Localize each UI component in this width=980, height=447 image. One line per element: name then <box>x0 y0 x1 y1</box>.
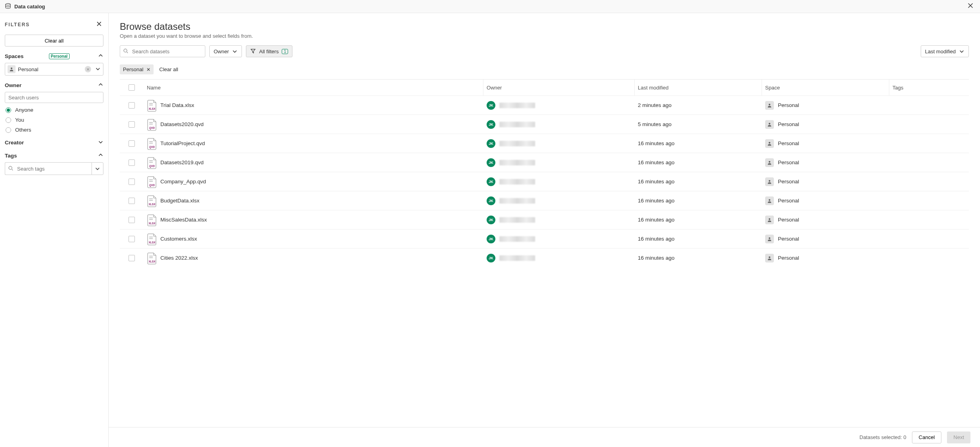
owner-avatar: JK <box>487 139 495 148</box>
chevron-down-icon <box>959 49 964 54</box>
owner-dd-label: Owner <box>214 49 229 54</box>
owner-dropdown[interactable]: Owner <box>209 45 242 57</box>
radio-checked-icon <box>6 107 11 113</box>
col-space[interactable]: Space <box>762 80 889 95</box>
filters-sidebar: FILTERS Clear all Spaces Personal <box>0 13 109 447</box>
row-checkbox[interactable] <box>129 198 135 204</box>
owner-section-toggle[interactable]: Owner <box>5 82 103 89</box>
col-tags[interactable]: Tags <box>889 80 969 95</box>
spaces-section-toggle[interactable]: Spaces Personal <box>5 53 103 60</box>
clear-space-button[interactable]: ✕ <box>85 66 91 72</box>
owner-radio-others[interactable]: Others <box>6 127 103 133</box>
table-row[interactable]: XLSX Customers.xlsx JK 16 minutes ago Pe… <box>120 229 969 248</box>
owner-search-input[interactable] <box>5 92 103 103</box>
col-owner[interactable]: Owner <box>483 80 635 95</box>
row-checkbox[interactable] <box>129 255 135 261</box>
search-datasets-input[interactable] <box>120 45 205 57</box>
row-checkbox[interactable] <box>129 179 135 185</box>
row-checkbox[interactable] <box>129 102 135 109</box>
owner-avatar: JK <box>487 177 495 186</box>
owner-label: Owner <box>5 82 21 88</box>
datasets-table: Name Owner Last modified Space Tags XLSX… <box>120 79 969 427</box>
next-button: Next <box>947 431 970 443</box>
radio-icon <box>6 117 11 123</box>
owner-avatar: JK <box>487 101 495 110</box>
space-value: Personal <box>778 179 799 185</box>
owner-avatar: JK <box>487 235 495 243</box>
clear-all-chips-link[interactable]: Clear all <box>159 66 178 72</box>
close-filters-button[interactable] <box>95 19 103 30</box>
row-checkbox[interactable] <box>129 236 135 242</box>
space-value: Personal <box>778 102 799 108</box>
owner-name-redacted <box>499 255 535 261</box>
table-header: Name Owner Last modified Space Tags <box>120 80 969 95</box>
row-checkbox[interactable] <box>129 217 135 223</box>
table-row[interactable]: QVD Datasets2019.qvd JK 16 minutes ago P… <box>120 153 969 172</box>
table-row[interactable]: QVD TutorialProject.qvd JK 16 minutes ag… <box>120 134 969 153</box>
spaces-active-badge: Personal <box>49 53 70 59</box>
filters-header: FILTERS <box>5 22 30 27</box>
modified-value: 16 minutes ago <box>635 255 762 261</box>
chevron-down-icon <box>98 139 103 146</box>
cancel-button[interactable]: Cancel <box>912 431 941 443</box>
svg-point-0 <box>6 3 10 5</box>
owner-name-redacted <box>499 141 535 146</box>
table-row[interactable]: XLSX BudgetData.xlsx JK 16 minutes ago P… <box>120 191 969 210</box>
col-name[interactable]: Name <box>144 80 483 95</box>
topbar: Data catalog <box>0 0 980 13</box>
owner-name-redacted <box>499 236 535 242</box>
chevron-up-icon <box>98 82 103 89</box>
catalog-icon <box>5 3 11 10</box>
dataset-name: Trial Data.xlsx <box>160 102 194 108</box>
remove-chip-button[interactable]: ✕ <box>146 67 150 72</box>
file-icon: QVD <box>147 119 156 130</box>
owner-avatar: JK <box>487 196 495 205</box>
owner-radio-you[interactable]: You <box>6 117 103 123</box>
owner-name-redacted <box>499 122 535 127</box>
dataset-name: Datasets2019.qvd <box>160 159 204 165</box>
chip-label: Personal <box>123 66 143 72</box>
person-icon <box>765 235 774 243</box>
table-row[interactable]: XLSX Cities 2022.xlsx JK 16 minutes ago … <box>120 248 969 267</box>
space-selected-label: Personal <box>18 66 38 72</box>
svg-point-1 <box>11 68 12 69</box>
person-icon <box>765 158 774 167</box>
row-checkbox[interactable] <box>129 159 135 166</box>
file-icon: XLSX <box>147 195 156 206</box>
svg-point-3 <box>124 49 127 52</box>
space-value: Personal <box>778 255 799 261</box>
all-filters-label: All filters <box>259 49 279 54</box>
table-row[interactable]: QVD Datasets2020.qvd JK 5 minutes ago Pe… <box>120 115 969 134</box>
all-filters-button[interactable]: All filters 1 <box>246 45 292 57</box>
tags-search-input[interactable] <box>5 162 92 175</box>
svg-point-23 <box>769 180 770 181</box>
svg-point-2 <box>9 166 12 169</box>
tags-label: Tags <box>5 153 17 159</box>
modified-value: 16 minutes ago <box>635 179 762 185</box>
row-checkbox[interactable] <box>129 140 135 147</box>
sort-dropdown[interactable]: Last modified <box>921 45 969 57</box>
creator-section-toggle[interactable]: Creator <box>5 139 103 146</box>
clear-all-button[interactable]: Clear all <box>5 35 103 47</box>
modified-value: 16 minutes ago <box>635 140 762 146</box>
table-row[interactable]: XLSX MiscSalesData.xlsx JK 16 minutes ag… <box>120 210 969 229</box>
row-checkbox[interactable] <box>129 121 135 128</box>
dataset-name: BudgetData.xlsx <box>160 198 199 204</box>
file-icon: XLSX <box>147 253 156 264</box>
close-dialog-button[interactable] <box>966 1 975 12</box>
owner-avatar: JK <box>487 254 495 262</box>
tags-section-toggle[interactable]: Tags <box>5 152 103 159</box>
all-filters-count: 1 <box>282 49 288 54</box>
page-title: Browse datasets <box>120 21 969 32</box>
svg-point-27 <box>769 199 770 200</box>
svg-point-31 <box>769 218 770 220</box>
chevron-down-icon[interactable] <box>95 66 101 73</box>
svg-text:XLSX: XLSX <box>149 107 156 110</box>
table-row[interactable]: XLSX Trial Data.xlsx JK 2 minutes ago Pe… <box>120 95 969 115</box>
table-row[interactable]: QVD Company_App.qvd JK 16 minutes ago Pe… <box>120 172 969 191</box>
owner-radio-anyone[interactable]: Anyone <box>6 107 103 113</box>
col-modified[interactable]: Last modified <box>635 80 762 95</box>
space-selector[interactable]: Personal ✕ <box>5 63 103 76</box>
tags-dropdown-toggle[interactable] <box>92 162 103 175</box>
select-all-checkbox[interactable] <box>129 84 135 91</box>
